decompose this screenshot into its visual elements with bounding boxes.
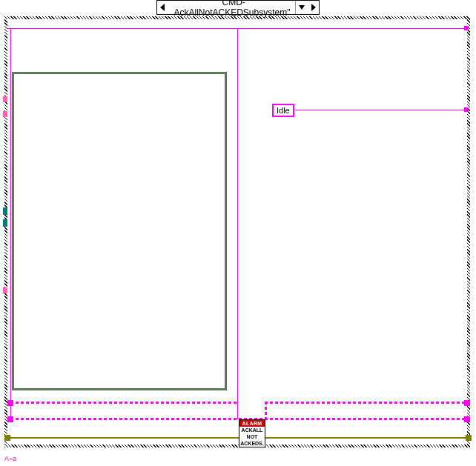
wire-dash-1	[10, 402, 237, 404]
compare-label: A=a	[4, 455, 16, 462]
tunnel-olive-left	[4, 435, 10, 441]
tunnel-left-4	[3, 219, 7, 227]
wire-idle	[295, 110, 467, 110]
tunnel-dash-r1	[464, 400, 470, 406]
node-line1: ACKALL	[239, 427, 265, 433]
left-arrow-icon	[160, 4, 166, 11]
wire-dash-right-top	[265, 402, 467, 404]
cluster-frame	[12, 72, 227, 390]
case-prev-button[interactable]	[157, 1, 169, 14]
tunnel-olive-right	[466, 435, 472, 441]
tunnel-left-2	[3, 111, 7, 117]
tunnel-dash-r2	[464, 416, 470, 422]
case-next-button[interactable]	[307, 1, 319, 14]
right-arrow-icon	[310, 4, 316, 11]
tunnel-left-1	[3, 96, 7, 102]
tunnel-left-5	[3, 287, 7, 293]
tunnel-top-right	[464, 26, 469, 30]
tunnel-idle-right	[464, 107, 469, 112]
node-alarm-header: ALARM	[239, 420, 265, 427]
chevron-down-icon	[299, 5, 305, 10]
tunnel-dash-l1	[7, 400, 13, 406]
node-line3: ACKEDS.	[239, 440, 265, 447]
wire-left-vert	[10, 28, 11, 419]
tunnel-left-3	[3, 207, 7, 215]
wire-dash-v1	[265, 402, 267, 420]
wire-olive-bottom	[7, 437, 467, 439]
tunnel-dash-l2	[7, 416, 13, 422]
case-selector: "CMD-AckAllNotACKEDSubsystem"	[156, 0, 320, 15]
case-dropdown-button[interactable]	[295, 1, 307, 14]
case-label[interactable]: "CMD-AckAllNotACKEDSubsystem"	[169, 0, 295, 18]
idle-enum-text: Idle	[277, 106, 290, 115]
ack-all-alarms-node[interactable]: ALARM ACKALL NOT ACKEDS.	[239, 419, 265, 447]
idle-enum-constant[interactable]: Idle	[272, 104, 294, 117]
node-line2: NOT	[239, 433, 265, 440]
wire-center-vert	[237, 28, 238, 419]
